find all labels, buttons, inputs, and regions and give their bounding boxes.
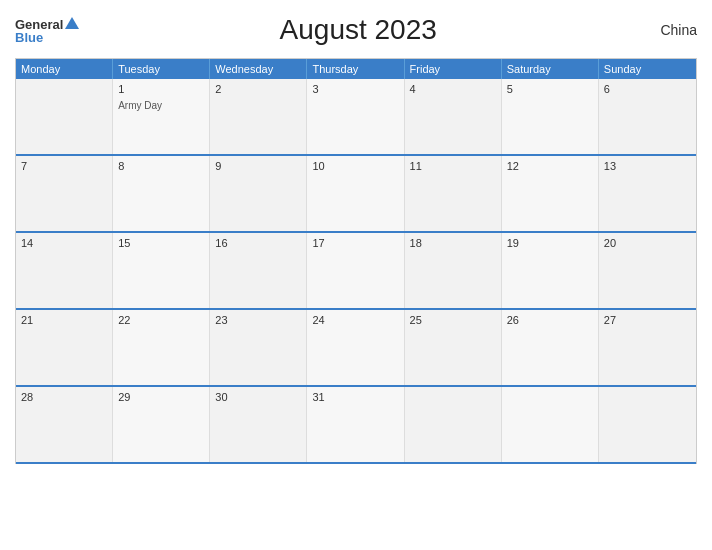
day-num-19: 19 <box>507 237 593 249</box>
day-num-26: 26 <box>507 314 593 326</box>
day-cell-18: 18 <box>405 233 502 308</box>
day-num-13: 13 <box>604 160 691 172</box>
day-cell-27: 27 <box>599 310 696 385</box>
day-num-10: 10 <box>312 160 398 172</box>
day-num-17: 17 <box>312 237 398 249</box>
month-title: August 2023 <box>79 14 637 46</box>
logo-blue-text: Blue <box>15 31 79 44</box>
logo: General Blue <box>15 17 79 44</box>
day-cell-9: 9 <box>210 156 307 231</box>
day-cell-22: 22 <box>113 310 210 385</box>
day-cell-15: 15 <box>113 233 210 308</box>
day-cell-25: 25 <box>405 310 502 385</box>
calendar-grid: Monday Tuesday Wednesday Thursday Friday… <box>15 58 697 464</box>
day-num-23: 23 <box>215 314 301 326</box>
day-num-20: 20 <box>604 237 691 249</box>
day-cell-6: 6 <box>599 79 696 154</box>
day-cell-20: 20 <box>599 233 696 308</box>
header: General Blue August 2023 China <box>15 10 697 50</box>
day-num-2: 2 <box>215 83 301 95</box>
day-cell-31: 31 <box>307 387 404 462</box>
day-num-9: 9 <box>215 160 301 172</box>
day-cell-29: 29 <box>113 387 210 462</box>
week-row-3: 14151617181920 <box>16 233 696 310</box>
day-num-29: 29 <box>118 391 204 403</box>
day-num-5: 5 <box>507 83 593 95</box>
empty-cell-w4-4 <box>405 387 502 462</box>
empty-cell-w4-6 <box>599 387 696 462</box>
country-label: China <box>637 22 697 38</box>
day-cell-4: 4 <box>405 79 502 154</box>
day-num-27: 27 <box>604 314 691 326</box>
empty-cell-w4-5 <box>502 387 599 462</box>
day-event-1: Army Day <box>118 100 162 111</box>
day-cell-8: 8 <box>113 156 210 231</box>
day-cell-13: 13 <box>599 156 696 231</box>
empty-cell-w0-0 <box>16 79 113 154</box>
header-friday: Friday <box>405 59 502 79</box>
logo-triangle-icon <box>65 17 79 29</box>
week-row-2: 78910111213 <box>16 156 696 233</box>
day-num-31: 31 <box>312 391 398 403</box>
logo-stack: General Blue <box>15 17 79 44</box>
calendar-page: General Blue August 2023 China Monday Tu… <box>0 0 712 550</box>
week-row-1: 1Army Day23456 <box>16 79 696 156</box>
weeks-container: 1Army Day2345678910111213141516171819202… <box>16 79 696 464</box>
day-num-21: 21 <box>21 314 107 326</box>
day-cell-14: 14 <box>16 233 113 308</box>
logo-row1: General <box>15 17 79 31</box>
day-cell-2: 2 <box>210 79 307 154</box>
logo-general-text: General <box>15 18 63 31</box>
day-cell-28: 28 <box>16 387 113 462</box>
day-cell-17: 17 <box>307 233 404 308</box>
day-cell-12: 12 <box>502 156 599 231</box>
day-cell-19: 19 <box>502 233 599 308</box>
week-row-4: 21222324252627 <box>16 310 696 387</box>
header-monday: Monday <box>16 59 113 79</box>
day-num-6: 6 <box>604 83 691 95</box>
day-num-28: 28 <box>21 391 107 403</box>
day-num-1: 1 <box>118 83 204 95</box>
header-thursday: Thursday <box>307 59 404 79</box>
day-num-7: 7 <box>21 160 107 172</box>
week-row-5: 28293031 <box>16 387 696 464</box>
day-num-3: 3 <box>312 83 398 95</box>
day-cell-16: 16 <box>210 233 307 308</box>
header-sunday: Sunday <box>599 59 696 79</box>
day-num-8: 8 <box>118 160 204 172</box>
day-cell-5: 5 <box>502 79 599 154</box>
day-num-12: 12 <box>507 160 593 172</box>
day-headers-row: Monday Tuesday Wednesday Thursday Friday… <box>16 59 696 79</box>
header-wednesday: Wednesday <box>210 59 307 79</box>
day-cell-30: 30 <box>210 387 307 462</box>
day-num-25: 25 <box>410 314 496 326</box>
day-cell-1: 1Army Day <box>113 79 210 154</box>
day-cell-24: 24 <box>307 310 404 385</box>
day-num-4: 4 <box>410 83 496 95</box>
day-num-30: 30 <box>215 391 301 403</box>
day-cell-26: 26 <box>502 310 599 385</box>
day-cell-10: 10 <box>307 156 404 231</box>
day-num-22: 22 <box>118 314 204 326</box>
day-num-24: 24 <box>312 314 398 326</box>
header-saturday: Saturday <box>502 59 599 79</box>
day-cell-21: 21 <box>16 310 113 385</box>
day-cell-23: 23 <box>210 310 307 385</box>
day-cell-3: 3 <box>307 79 404 154</box>
day-num-16: 16 <box>215 237 301 249</box>
header-tuesday: Tuesday <box>113 59 210 79</box>
day-cell-7: 7 <box>16 156 113 231</box>
day-num-14: 14 <box>21 237 107 249</box>
day-num-15: 15 <box>118 237 204 249</box>
day-num-11: 11 <box>410 160 496 172</box>
day-cell-11: 11 <box>405 156 502 231</box>
day-num-18: 18 <box>410 237 496 249</box>
